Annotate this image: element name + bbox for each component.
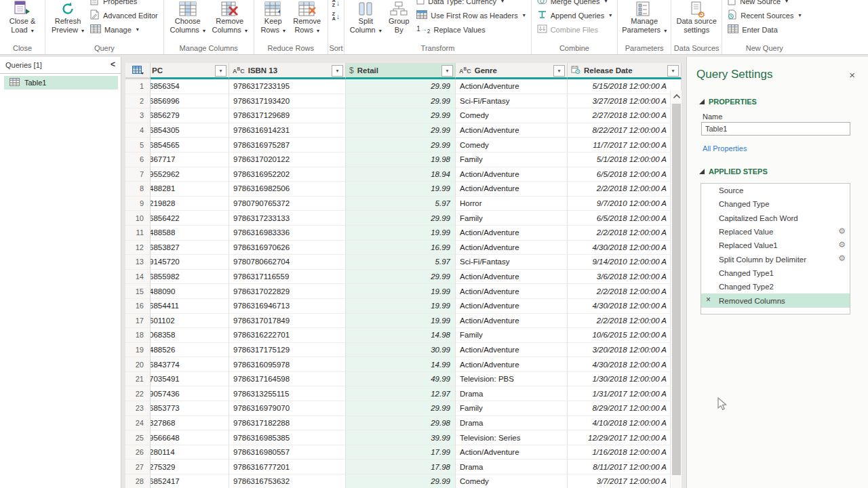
cell-genre[interactable]: Sci-Fi/Fantasy — [456, 94, 568, 109]
cell-genre[interactable]: Drama — [456, 460, 568, 474]
cell-isbn[interactable]: 9780790765372 — [229, 197, 346, 211]
cell-isbn[interactable]: 9786317182288 — [229, 416, 346, 431]
filter-button[interactable]: ▾ — [553, 65, 565, 77]
cell-isbn[interactable]: 9786317164598 — [229, 372, 346, 387]
cell-retail[interactable]: 14.99 — [346, 357, 456, 372]
row-number[interactable]: 12 — [125, 241, 151, 256]
row-number[interactable]: 23 — [125, 401, 151, 416]
recent-sources-button[interactable]: Recent Sources ▾ — [725, 8, 804, 22]
cell-retail[interactable]: 19.99 — [346, 314, 456, 329]
remove-rows-button[interactable]: Remove Rows ▾ — [290, 0, 325, 35]
cell-retail[interactable]: 29.99 — [346, 108, 456, 123]
cell-upc[interactable]: 367717 — [151, 152, 229, 167]
gear-icon[interactable]: ⚙ — [838, 226, 846, 236]
cell-genre[interactable]: Action/Adventure — [456, 299, 568, 314]
cell-isbn[interactable]: 9786316985385 — [229, 430, 346, 445]
remove-columns-button[interactable]: Remove Columns ▾ — [209, 0, 251, 35]
replace-values-button[interactable]: 1→2 Replace Values — [414, 22, 528, 37]
row-number[interactable]: 20 — [125, 357, 151, 372]
cell-upc[interactable]: 327868 — [151, 416, 229, 431]
cell-isbn[interactable]: 9786316983336 — [229, 226, 346, 241]
properties-button[interactable]: Properties — [87, 0, 161, 8]
cell-date[interactable]: 5/15/2018 12:00:00 A — [568, 79, 682, 94]
cell-isbn[interactable]: 9786317175129 — [229, 343, 346, 358]
cell-retail[interactable]: 19.99 — [346, 284, 456, 299]
row-number[interactable]: 21 — [125, 372, 151, 387]
row-number[interactable]: 11 — [125, 226, 151, 241]
cell-date[interactable]: 9/14/2010 12:00:00 A — [568, 255, 682, 270]
cell-retail[interactable]: 19.98 — [346, 152, 456, 167]
cell-isbn[interactable]: 9786316777201 — [229, 460, 346, 474]
cell-genre[interactable]: Family — [456, 211, 568, 226]
cell-upc[interactable]: 6853773 — [151, 401, 229, 416]
scrollbar-thumb[interactable] — [672, 104, 681, 475]
query-list-item[interactable]: Table1 — [4, 76, 118, 89]
cell-genre[interactable]: Action/Adventure — [456, 357, 568, 372]
cell-date[interactable]: 4/30/2018 12:00:00 A — [568, 357, 682, 372]
row-number[interactable]: 14 — [125, 270, 151, 285]
cell-isbn[interactable]: 9786316946713 — [229, 299, 346, 314]
append-queries-button[interactable]: Append Queries ▾ — [534, 8, 615, 22]
filter-button[interactable]: ▾ — [332, 65, 343, 77]
cell-genre[interactable]: Horror — [456, 197, 568, 211]
cell-retail[interactable]: 17.99 — [346, 445, 456, 460]
filter-button[interactable]: ▾ — [667, 65, 679, 77]
cell-upc[interactable]: 9145720 — [151, 255, 229, 270]
manage-button[interactable]: Manage ▾ — [87, 22, 161, 37]
row-number[interactable]: 28 — [125, 474, 151, 488]
row-number[interactable]: 25 — [125, 430, 151, 445]
column-header-release-date[interactable]: Release Date ▾ — [568, 63, 682, 79]
cell-retail[interactable]: 39.99 — [346, 430, 456, 445]
cell-date[interactable]: 8/11/2017 12:00:00 A — [568, 460, 682, 474]
cell-date[interactable]: 3/6/2018 12:00:00 A — [568, 270, 682, 285]
cell-upc[interactable]: 488090 — [151, 284, 229, 299]
sort-descending-button[interactable]: ZA↓ — [331, 9, 342, 23]
cell-isbn[interactable]: 9786316914231 — [229, 123, 346, 138]
sort-ascending-button[interactable]: AZ↓ — [331, 0, 342, 9]
collapse-pane-icon[interactable]: < — [111, 60, 115, 69]
row-number[interactable]: 2 — [125, 94, 151, 109]
cell-isbn[interactable]: 9786317233195 — [229, 79, 346, 94]
vertical-scrollbar[interactable] — [670, 90, 682, 488]
cell-upc[interactable]: 280114 — [151, 445, 229, 460]
cell-retail[interactable]: 19.99 — [346, 226, 456, 241]
column-header-genre[interactable]: ABC Genre ▾ — [456, 63, 568, 79]
cell-date[interactable]: 8/22/2017 12:00:00 A — [568, 123, 682, 138]
row-number[interactable]: 26 — [125, 445, 151, 460]
new-source-button[interactable]: New Source ▾ — [725, 0, 804, 8]
cell-retail[interactable]: 29.99 — [346, 270, 456, 285]
cell-date[interactable]: 4/10/2018 12:00:00 A — [568, 416, 682, 431]
row-number[interactable]: 27 — [125, 460, 151, 474]
cell-retail[interactable]: 29.99 — [346, 123, 456, 138]
cell-isbn[interactable]: 9786316952202 — [229, 167, 346, 182]
applied-step[interactable]: × Changed Type2 ⚙ — [701, 280, 850, 293]
cell-date[interactable]: 3/20/2018 12:00:00 A — [568, 343, 682, 358]
cell-genre[interactable]: Action/Adventure — [456, 123, 568, 138]
row-number[interactable]: 3 — [125, 108, 151, 123]
row-number[interactable]: 22 — [125, 386, 151, 401]
column-header-upc[interactable]: PC ▾ — [151, 63, 229, 79]
split-column-button[interactable]: Split Column ▾ — [347, 0, 384, 35]
cell-retail[interactable]: 12.97 — [346, 386, 456, 401]
cell-retail[interactable]: 29.99 — [346, 138, 456, 152]
cell-retail[interactable]: 49.99 — [346, 372, 456, 387]
applied-steps-section-header[interactable]: APPLIED STEPS — [699, 167, 768, 176]
cell-genre[interactable]: Action/Adventure — [456, 343, 568, 358]
row-number[interactable]: 15 — [125, 284, 151, 299]
cell-isbn[interactable]: 9786316222701 — [229, 328, 346, 343]
delete-step-icon[interactable]: × — [706, 295, 711, 304]
cell-date[interactable]: 3/7/2017 12:00:00 A — [568, 474, 682, 488]
cell-genre[interactable]: Action/Adventure — [456, 167, 568, 182]
cell-isbn[interactable]: 9786317022829 — [229, 284, 346, 299]
cell-isbn[interactable]: 9786316095978 — [229, 357, 346, 372]
cell-date[interactable]: 1/16/2018 12:00:00 A — [568, 445, 682, 460]
cell-upc[interactable]: 6856996 — [151, 94, 229, 109]
cell-genre[interactable]: Family — [456, 328, 568, 343]
row-number[interactable]: 18 — [125, 328, 151, 343]
choose-columns-button[interactable]: Choose Columns ▾ — [167, 0, 209, 35]
cell-retail[interactable]: 16.99 — [346, 241, 456, 256]
cell-isbn[interactable]: 9786316975287 — [229, 138, 346, 152]
cell-upc[interactable]: 488281 — [151, 182, 229, 197]
row-number[interactable]: 4 — [125, 123, 151, 138]
cell-genre[interactable]: Drama — [456, 386, 568, 401]
